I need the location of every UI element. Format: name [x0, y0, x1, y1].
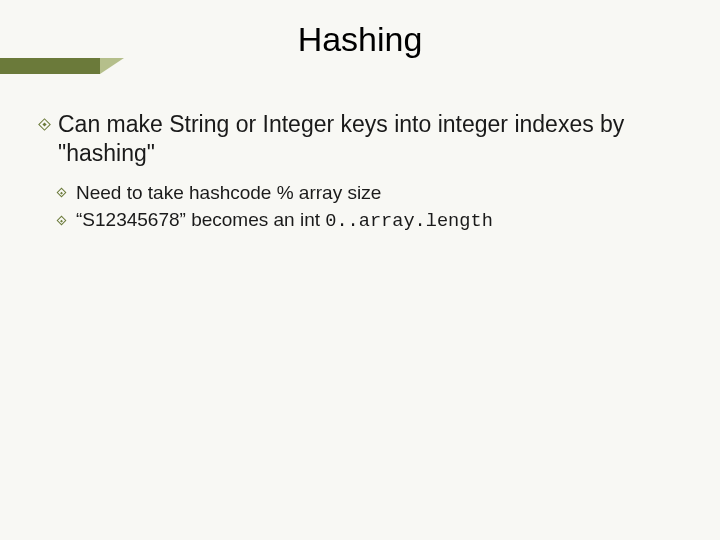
bullet-level1-text: Can make String or Integer keys into int… [58, 111, 624, 166]
accent-bar [0, 58, 100, 74]
bullet-level2: Need to take hashcode % array size [40, 180, 680, 206]
diamond-bullet-icon [38, 118, 51, 131]
bullet-level2-text: Need to take hashcode % array size [76, 182, 381, 203]
diamond-bullet-icon [57, 188, 67, 198]
bullet-level1: Can make String or Integer keys into int… [40, 110, 680, 168]
slide-content: Can make String or Integer keys into int… [40, 110, 680, 236]
diamond-bullet-icon [57, 215, 67, 225]
code-literal: 0..array.length [325, 210, 493, 232]
bullet-level2-text: “S12345678” becomes an int [76, 209, 325, 230]
accent-triangle [100, 58, 124, 74]
slide-title: Hashing [0, 20, 720, 59]
bullet-level2: “S12345678” becomes an int 0..array.leng… [40, 207, 680, 234]
